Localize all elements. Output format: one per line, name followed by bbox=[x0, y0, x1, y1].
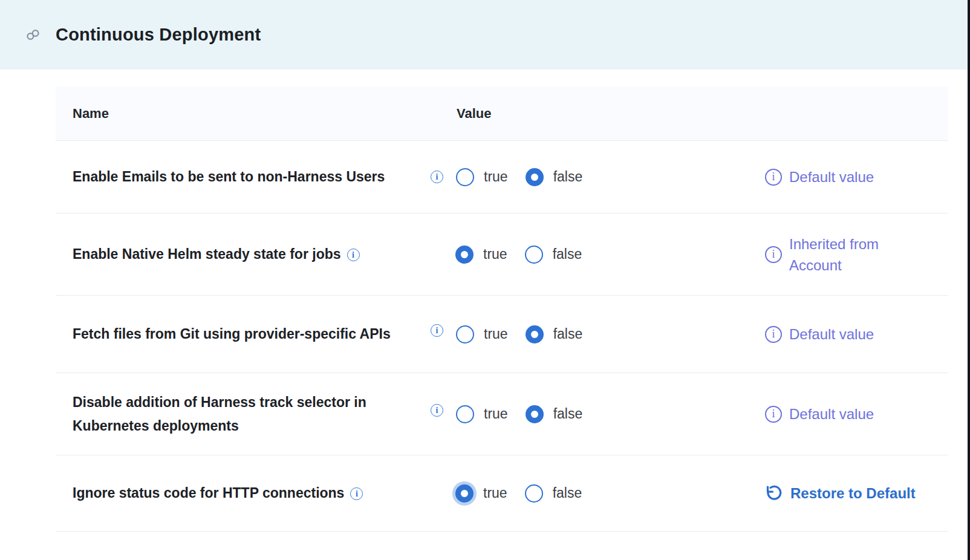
settings-page: Continuous Deployment Name Value Enable … bbox=[0, 0, 970, 560]
setting-name: Fetch files from Git using provider-spec… bbox=[56, 322, 429, 346]
info-tooltip-icon[interactable]: i bbox=[431, 404, 443, 417]
radio-true-button[interactable] bbox=[456, 405, 474, 423]
radio-option-true[interactable]: true bbox=[455, 246, 507, 264]
column-header-name: Name bbox=[56, 106, 429, 122]
table-row: Enable Emails to be sent to non-Harness … bbox=[56, 141, 948, 213]
table-row: Enable Native Helm steady state for jobs… bbox=[56, 213, 948, 296]
radio-group: true false bbox=[455, 246, 582, 264]
radio-group: true false bbox=[456, 405, 582, 423]
setting-status[interactable]: i Default value bbox=[750, 403, 948, 425]
status-label[interactable]: Default value bbox=[789, 166, 874, 187]
radio-option-false[interactable]: false bbox=[525, 246, 582, 264]
setting-name: Ignore status code for HTTP connectionsi bbox=[56, 481, 429, 505]
radio-true-button[interactable] bbox=[456, 168, 474, 186]
setting-value-cell: i true false bbox=[429, 325, 750, 343]
radio-option-true[interactable]: true bbox=[455, 484, 507, 503]
info-circle-icon[interactable]: i bbox=[765, 406, 782, 423]
radio-option-false[interactable]: false bbox=[526, 325, 583, 343]
table-row: Disable addition of Harness track select… bbox=[56, 373, 948, 455]
info-circle-icon[interactable]: i bbox=[765, 246, 782, 263]
settings-table: Name Value Enable Emails to be sent to n… bbox=[56, 86, 948, 532]
setting-name: Disable addition of Harness track select… bbox=[56, 391, 429, 438]
radio-false-button[interactable] bbox=[525, 246, 543, 264]
page-title: Continuous Deployment bbox=[56, 25, 261, 45]
radio-true-button[interactable] bbox=[455, 246, 474, 264]
setting-value-cell: i true false bbox=[429, 484, 750, 503]
radio-group: true false bbox=[456, 325, 582, 343]
setting-status[interactable]: i Restore to Default bbox=[750, 483, 948, 504]
radio-option-true[interactable]: true bbox=[456, 325, 508, 343]
radio-true-button[interactable] bbox=[456, 325, 474, 343]
setting-name: Enable Native Helm steady state for jobs… bbox=[56, 243, 429, 266]
radio-group: true false bbox=[456, 168, 582, 186]
status-label[interactable]: Restore to Default bbox=[790, 483, 916, 504]
setting-name: Enable Emails to be sent to non-Harness … bbox=[56, 165, 429, 189]
setting-value-cell: i true false bbox=[429, 246, 750, 264]
section-header: Continuous Deployment bbox=[0, 0, 970, 70]
chain-link-icon[interactable] bbox=[24, 27, 41, 44]
setting-status[interactable]: i Inherited from Account bbox=[750, 233, 948, 276]
column-header-value: Value bbox=[429, 106, 750, 122]
radio-option-false[interactable]: false bbox=[526, 405, 583, 423]
info-tooltip-icon[interactable]: i bbox=[347, 249, 360, 261]
radio-option-false[interactable]: false bbox=[525, 484, 582, 503]
radio-false-button[interactable] bbox=[526, 325, 544, 343]
radio-option-true[interactable]: true bbox=[456, 168, 508, 186]
window-right-edge bbox=[968, 0, 970, 560]
setting-value-cell: i true false bbox=[429, 405, 750, 423]
setting-status[interactable]: i Default value bbox=[750, 166, 948, 187]
radio-false-button[interactable] bbox=[525, 484, 543, 503]
table-header-row: Name Value bbox=[56, 86, 948, 141]
status-label[interactable]: Default value bbox=[789, 403, 874, 425]
info-tooltip-icon[interactable]: i bbox=[431, 171, 443, 183]
radio-true-button[interactable] bbox=[455, 484, 474, 503]
radio-option-false[interactable]: false bbox=[526, 168, 583, 186]
table-row: Fetch files from Git using provider-spec… bbox=[56, 296, 948, 373]
table-row: Ignore status code for HTTP connectionsi… bbox=[56, 455, 948, 532]
radio-false-button[interactable] bbox=[526, 405, 544, 423]
radio-option-true[interactable]: true bbox=[456, 405, 508, 423]
status-label[interactable]: Inherited from Account bbox=[789, 233, 931, 276]
status-label[interactable]: Default value bbox=[789, 324, 874, 345]
info-tooltip-icon[interactable]: i bbox=[350, 487, 363, 500]
radio-group: true false bbox=[455, 484, 582, 503]
radio-false-button[interactable] bbox=[526, 168, 544, 186]
info-circle-icon[interactable]: i bbox=[765, 169, 782, 186]
info-circle-icon[interactable]: i bbox=[765, 326, 782, 343]
info-tooltip-icon[interactable]: i bbox=[431, 324, 443, 337]
setting-value-cell: i true false bbox=[429, 168, 750, 186]
setting-status[interactable]: i Default value bbox=[750, 324, 948, 345]
restore-arrow-icon bbox=[765, 484, 783, 503]
